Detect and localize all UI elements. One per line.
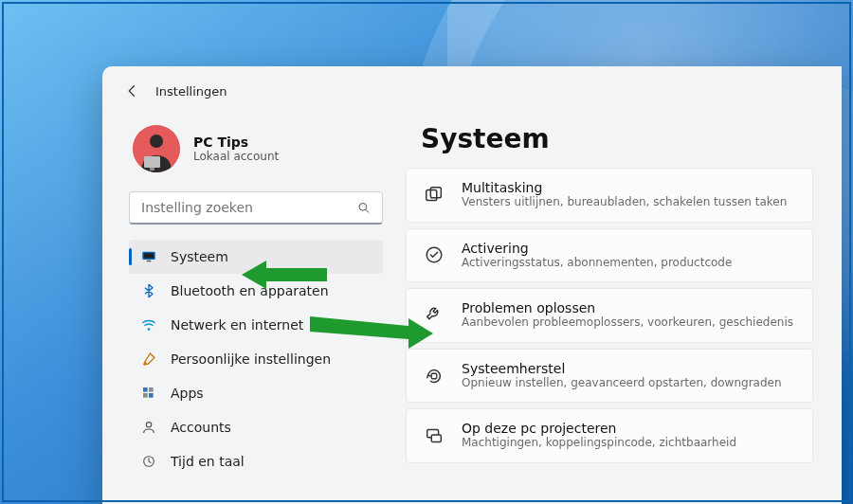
- sidebar-item-network[interactable]: Netwerk en internet: [129, 308, 383, 342]
- option-project[interactable]: Op deze pc projecteren Machtigingen, kop…: [406, 408, 813, 463]
- back-button[interactable]: [123, 81, 142, 100]
- main-panel: Systeem Multitasking Vensters uitlijnen,…: [396, 106, 842, 504]
- recovery-icon: [424, 366, 445, 387]
- option-activation[interactable]: Activering Activeringsstatus, abonnement…: [406, 228, 813, 283]
- option-desc: Opnieuw instellen, geavanceerd opstarten…: [462, 376, 782, 391]
- sidebar-item-label: Accounts: [171, 420, 231, 435]
- search-input[interactable]: [141, 200, 357, 215]
- project-icon: [424, 425, 445, 446]
- option-title: Systeemherstel: [462, 361, 782, 376]
- svg-point-14: [146, 423, 151, 427]
- svg-rect-10: [143, 387, 148, 392]
- avatar-image-icon: [133, 125, 180, 172]
- profile-subtitle: Lokaal account: [193, 150, 279, 163]
- sidebar-item-label: Bluetooth en apparaten: [171, 283, 329, 298]
- sidebar-item-label: Netwerk en internet: [171, 317, 303, 333]
- svg-rect-8: [147, 261, 152, 262]
- sidebar-item-label: Systeem: [171, 249, 228, 264]
- wifi-icon: [140, 316, 157, 333]
- svg-rect-13: [149, 393, 154, 398]
- svg-rect-3: [150, 168, 154, 171]
- option-title: Activering: [462, 241, 732, 256]
- option-title: Op deze pc projecteren: [462, 421, 736, 436]
- sidebar-item-apps[interactable]: Apps: [129, 376, 383, 410]
- sidebar-item-label: Apps: [171, 386, 204, 401]
- profile: PC Tips Lokaal account: [129, 121, 383, 184]
- sidebar-item-time-language[interactable]: Tijd en taal: [129, 444, 383, 478]
- bluetooth-icon: [140, 282, 157, 299]
- sidebar-item-accounts[interactable]: Accounts: [129, 410, 383, 444]
- option-title: Problemen oplossen: [462, 300, 793, 315]
- option-desc: Machtigingen, koppelingspincode, zichtba…: [462, 436, 736, 451]
- sidebar-item-personalization[interactable]: Persoonlijke instellingen: [129, 342, 383, 376]
- option-desc: Aanbevolen probleemoplossers, voorkeuren…: [462, 315, 793, 331]
- header: Instellingen: [102, 66, 842, 106]
- search-box[interactable]: [129, 191, 383, 225]
- option-troubleshoot[interactable]: Problemen oplossen Aanbevolen probleemop…: [406, 288, 813, 343]
- svg-rect-12: [143, 393, 148, 398]
- apps-icon: [140, 385, 157, 402]
- option-desc: Vensters uitlijnen, bureaubladen, schake…: [462, 195, 787, 210]
- check-circle-icon: [424, 244, 445, 265]
- option-desc: Activeringsstatus, abonnementen, product…: [462, 256, 732, 271]
- profile-name: PC Tips: [193, 135, 279, 150]
- svg-point-9: [148, 328, 151, 331]
- brush-icon: [140, 351, 157, 368]
- sidebar-item-label: Persoonlijke instellingen: [171, 351, 331, 367]
- wrench-icon: [424, 305, 445, 326]
- sidebar-item-system[interactable]: Systeem: [129, 240, 383, 274]
- sidebar-item-bluetooth[interactable]: Bluetooth en apparaten: [129, 274, 383, 308]
- svg-rect-2: [144, 156, 160, 168]
- clock-globe-icon: [140, 453, 157, 470]
- svg-rect-7: [144, 253, 154, 258]
- svg-rect-19: [431, 373, 437, 379]
- person-icon: [140, 419, 157, 436]
- window-title: Instellingen: [155, 84, 227, 99]
- svg-point-1: [150, 135, 163, 148]
- svg-rect-21: [431, 435, 441, 441]
- multitasking-icon: [424, 185, 445, 206]
- sidebar-item-label: Tijd en taal: [171, 454, 245, 469]
- back-arrow-icon: [124, 82, 141, 99]
- settings-window: Instellingen PC Tips Lokaal account: [102, 66, 842, 504]
- page-title: Systeem: [406, 117, 813, 168]
- svg-rect-17: [430, 188, 441, 198]
- search-icon: [357, 201, 371, 215]
- option-multitasking[interactable]: Multitasking Vensters uitlijnen, bureaub…: [406, 168, 813, 223]
- svg-rect-16: [426, 189, 437, 200]
- option-recovery[interactable]: Systeemherstel Opnieuw instellen, geavan…: [406, 349, 813, 404]
- svg-rect-11: [149, 387, 154, 392]
- monitor-icon: [140, 248, 157, 265]
- avatar: [133, 125, 180, 172]
- sidebar: PC Tips Lokaal account Systeem Bluetooth…: [102, 106, 396, 504]
- svg-line-5: [366, 209, 369, 212]
- option-title: Multitasking: [462, 180, 787, 195]
